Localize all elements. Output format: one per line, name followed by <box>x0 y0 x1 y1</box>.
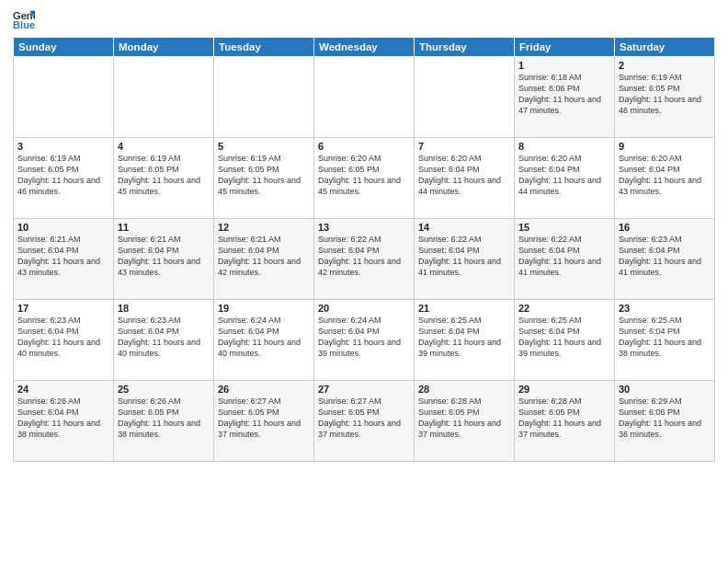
calendar-cell: 1Sunrise: 6:18 AM Sunset: 6:06 PM Daylig… <box>515 57 615 138</box>
calendar-cell: 9Sunrise: 6:20 AM Sunset: 6:04 PM Daylig… <box>615 138 715 219</box>
calendar-cell: 23Sunrise: 6:25 AM Sunset: 6:04 PM Dayli… <box>615 300 715 381</box>
day-info: Sunrise: 6:21 AM Sunset: 6:04 PM Dayligh… <box>218 234 310 279</box>
calendar-cell <box>214 57 314 138</box>
calendar: SundayMondayTuesdayWednesdayThursdayFrid… <box>13 37 715 462</box>
day-number: 21 <box>418 303 510 314</box>
day-number: 20 <box>318 303 410 314</box>
day-info: Sunrise: 6:20 AM Sunset: 6:05 PM Dayligh… <box>318 153 410 198</box>
day-number: 19 <box>218 303 310 314</box>
calendar-cell <box>314 57 415 138</box>
calendar-cell <box>14 57 114 138</box>
day-info: Sunrise: 6:22 AM Sunset: 6:04 PM Dayligh… <box>418 234 510 279</box>
day-info: Sunrise: 6:20 AM Sunset: 6:04 PM Dayligh… <box>418 153 510 198</box>
day-number: 5 <box>218 141 310 152</box>
calendar-week-4: 17Sunrise: 6:23 AM Sunset: 6:04 PM Dayli… <box>14 300 715 381</box>
day-number: 27 <box>318 384 410 395</box>
day-number: 16 <box>619 222 711 233</box>
day-info: Sunrise: 6:26 AM Sunset: 6:04 PM Dayligh… <box>17 396 109 441</box>
calendar-cell: 26Sunrise: 6:27 AM Sunset: 6:05 PM Dayli… <box>214 381 314 462</box>
day-number: 11 <box>118 222 210 233</box>
day-number: 3 <box>17 141 109 152</box>
day-info: Sunrise: 6:25 AM Sunset: 6:04 PM Dayligh… <box>518 315 610 360</box>
day-number: 29 <box>518 384 610 395</box>
header: General Blue <box>13 9 715 31</box>
day-number: 9 <box>619 141 711 152</box>
calendar-cell: 13Sunrise: 6:22 AM Sunset: 6:04 PM Dayli… <box>314 219 415 300</box>
day-info: Sunrise: 6:23 AM Sunset: 6:04 PM Dayligh… <box>619 234 711 279</box>
day-info: Sunrise: 6:27 AM Sunset: 6:05 PM Dayligh… <box>218 396 310 441</box>
day-number: 14 <box>418 222 510 233</box>
calendar-cell: 24Sunrise: 6:26 AM Sunset: 6:04 PM Dayli… <box>14 381 114 462</box>
day-number: 7 <box>418 141 510 152</box>
day-number: 26 <box>218 384 310 395</box>
day-info: Sunrise: 6:20 AM Sunset: 6:04 PM Dayligh… <box>518 153 610 198</box>
day-number: 13 <box>318 222 410 233</box>
calendar-week-3: 10Sunrise: 6:21 AM Sunset: 6:04 PM Dayli… <box>14 219 715 300</box>
calendar-cell: 21Sunrise: 6:25 AM Sunset: 6:04 PM Dayli… <box>415 300 515 381</box>
calendar-cell: 6Sunrise: 6:20 AM Sunset: 6:05 PM Daylig… <box>314 138 415 219</box>
calendar-cell: 5Sunrise: 6:19 AM Sunset: 6:05 PM Daylig… <box>214 138 314 219</box>
day-number: 25 <box>118 384 210 395</box>
day-header-tuesday: Tuesday <box>214 38 314 57</box>
day-info: Sunrise: 6:24 AM Sunset: 6:04 PM Dayligh… <box>318 315 410 360</box>
calendar-cell: 20Sunrise: 6:24 AM Sunset: 6:04 PM Dayli… <box>314 300 415 381</box>
day-number: 22 <box>518 303 610 314</box>
calendar-cell: 18Sunrise: 6:23 AM Sunset: 6:04 PM Dayli… <box>114 300 214 381</box>
day-info: Sunrise: 6:18 AM Sunset: 6:06 PM Dayligh… <box>518 72 610 117</box>
calendar-week-2: 3Sunrise: 6:19 AM Sunset: 6:05 PM Daylig… <box>14 138 715 219</box>
day-number: 8 <box>518 141 610 152</box>
day-info: Sunrise: 6:20 AM Sunset: 6:04 PM Dayligh… <box>619 153 711 198</box>
calendar-cell: 28Sunrise: 6:28 AM Sunset: 6:05 PM Dayli… <box>415 381 515 462</box>
calendar-cell: 29Sunrise: 6:28 AM Sunset: 6:05 PM Dayli… <box>515 381 615 462</box>
day-info: Sunrise: 6:23 AM Sunset: 6:04 PM Dayligh… <box>118 315 210 360</box>
day-header-monday: Monday <box>114 38 214 57</box>
day-number: 4 <box>118 141 210 152</box>
calendar-cell: 14Sunrise: 6:22 AM Sunset: 6:04 PM Dayli… <box>415 219 515 300</box>
calendar-week-1: 1Sunrise: 6:18 AM Sunset: 6:06 PM Daylig… <box>14 57 715 138</box>
day-info: Sunrise: 6:25 AM Sunset: 6:04 PM Dayligh… <box>418 315 510 360</box>
day-info: Sunrise: 6:21 AM Sunset: 6:04 PM Dayligh… <box>17 234 109 279</box>
day-number: 18 <box>118 303 210 314</box>
day-info: Sunrise: 6:25 AM Sunset: 6:04 PM Dayligh… <box>619 315 711 360</box>
calendar-cell: 4Sunrise: 6:19 AM Sunset: 6:05 PM Daylig… <box>114 138 214 219</box>
calendar-cell: 8Sunrise: 6:20 AM Sunset: 6:04 PM Daylig… <box>515 138 615 219</box>
day-number: 15 <box>518 222 610 233</box>
calendar-cell: 2Sunrise: 6:19 AM Sunset: 6:05 PM Daylig… <box>615 57 715 138</box>
calendar-cell: 19Sunrise: 6:24 AM Sunset: 6:04 PM Dayli… <box>214 300 314 381</box>
day-number: 28 <box>418 384 510 395</box>
day-header-wednesday: Wednesday <box>314 38 415 57</box>
calendar-header-row: SundayMondayTuesdayWednesdayThursdayFrid… <box>14 38 715 57</box>
day-info: Sunrise: 6:22 AM Sunset: 6:04 PM Dayligh… <box>518 234 610 279</box>
day-info: Sunrise: 6:19 AM Sunset: 6:05 PM Dayligh… <box>118 153 210 198</box>
calendar-cell: 3Sunrise: 6:19 AM Sunset: 6:05 PM Daylig… <box>14 138 114 219</box>
calendar-cell: 16Sunrise: 6:23 AM Sunset: 6:04 PM Dayli… <box>615 219 715 300</box>
day-number: 24 <box>17 384 109 395</box>
day-info: Sunrise: 6:19 AM Sunset: 6:05 PM Dayligh… <box>17 153 109 198</box>
day-header-sunday: Sunday <box>14 38 114 57</box>
day-info: Sunrise: 6:19 AM Sunset: 6:05 PM Dayligh… <box>218 153 310 198</box>
day-info: Sunrise: 6:27 AM Sunset: 6:05 PM Dayligh… <box>318 396 410 441</box>
day-info: Sunrise: 6:26 AM Sunset: 6:05 PM Dayligh… <box>118 396 210 441</box>
day-info: Sunrise: 6:23 AM Sunset: 6:04 PM Dayligh… <box>17 315 109 360</box>
calendar-cell: 11Sunrise: 6:21 AM Sunset: 6:04 PM Dayli… <box>114 219 214 300</box>
calendar-cell: 10Sunrise: 6:21 AM Sunset: 6:04 PM Dayli… <box>14 219 114 300</box>
day-number: 6 <box>318 141 410 152</box>
svg-text:Blue: Blue <box>13 19 35 30</box>
day-number: 10 <box>17 222 109 233</box>
calendar-cell: 17Sunrise: 6:23 AM Sunset: 6:04 PM Dayli… <box>14 300 114 381</box>
calendar-cell: 7Sunrise: 6:20 AM Sunset: 6:04 PM Daylig… <box>415 138 515 219</box>
day-info: Sunrise: 6:21 AM Sunset: 6:04 PM Dayligh… <box>118 234 210 279</box>
day-info: Sunrise: 6:28 AM Sunset: 6:05 PM Dayligh… <box>518 396 610 441</box>
logo-icon: General Blue <box>13 9 35 31</box>
calendar-cell: 15Sunrise: 6:22 AM Sunset: 6:04 PM Dayli… <box>515 219 615 300</box>
day-number: 12 <box>218 222 310 233</box>
logo: General Blue <box>13 9 35 31</box>
calendar-cell: 22Sunrise: 6:25 AM Sunset: 6:04 PM Dayli… <box>515 300 615 381</box>
day-number: 23 <box>619 303 711 314</box>
day-info: Sunrise: 6:29 AM Sunset: 6:06 PM Dayligh… <box>619 396 711 441</box>
day-number: 1 <box>518 60 610 71</box>
day-header-thursday: Thursday <box>415 38 515 57</box>
day-number: 2 <box>619 60 711 71</box>
day-header-friday: Friday <box>515 38 615 57</box>
day-number: 30 <box>619 384 711 395</box>
